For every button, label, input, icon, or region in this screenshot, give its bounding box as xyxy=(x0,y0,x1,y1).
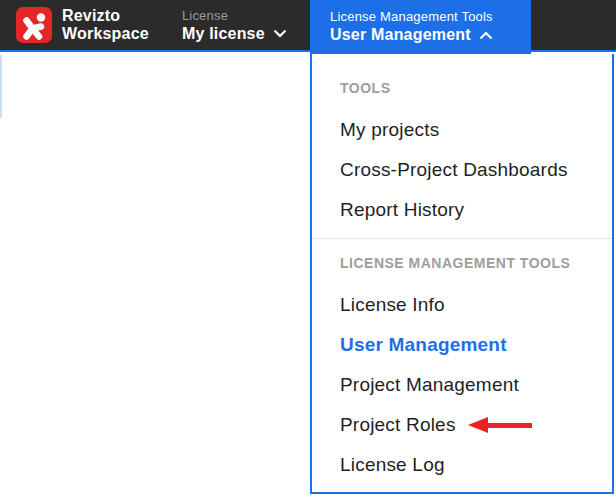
menu-item-cross-project-dashboards[interactable]: Cross-Project Dashboards xyxy=(312,150,612,190)
menu-section-license-management-tools: LICENSE MANAGEMENT TOOLS License Info Us… xyxy=(312,239,612,485)
menu-item-label: Project Management xyxy=(340,365,519,405)
license-switcher-value: My license xyxy=(182,25,265,43)
menu-item-label: My projects xyxy=(340,110,439,150)
section-header-tools: TOOLS xyxy=(312,72,612,104)
top-navigation-bar: Revizto Workspace License My license Lic… xyxy=(0,0,616,52)
app-window: Revizto Workspace License My license Lic… xyxy=(0,0,616,500)
brand-wordmark: Revizto Workspace xyxy=(62,7,149,43)
left-edge-highlight xyxy=(0,55,2,118)
brand-home-link[interactable]: Revizto Workspace xyxy=(16,7,149,43)
chevron-down-icon xyxy=(273,29,287,38)
chevron-up-icon xyxy=(479,31,493,40)
menu-item-report-history[interactable]: Report History xyxy=(312,190,612,230)
revizto-logo-icon xyxy=(16,7,52,43)
menu-item-license-log[interactable]: License Log xyxy=(312,445,612,485)
menu-item-label: Report History xyxy=(340,190,464,230)
menu-item-license-info[interactable]: License Info xyxy=(312,285,612,325)
menu-item-label: User Management xyxy=(340,325,507,365)
active-tab-value: User Management xyxy=(330,26,471,44)
red-arrow-annotation-icon xyxy=(468,417,532,433)
brand-line1: Revizto xyxy=(62,7,149,25)
menu-item-project-roles[interactable]: Project Roles xyxy=(312,405,612,445)
license-switcher-label: License xyxy=(182,8,287,23)
menu-item-project-management[interactable]: Project Management xyxy=(312,365,612,405)
tab-user-management[interactable]: License Management Tools User Management xyxy=(310,0,531,54)
active-tab-group-label: License Management Tools xyxy=(330,9,531,24)
section-header-license-management-tools: LICENSE MANAGEMENT TOOLS xyxy=(312,247,612,279)
menu-section-tools: TOOLS My projects Cross-Project Dashboar… xyxy=(312,54,612,230)
menu-item-label: License Info xyxy=(340,285,445,325)
license-switcher-dropdown[interactable]: License My license xyxy=(182,8,287,43)
menu-item-label: Cross-Project Dashboards xyxy=(340,150,568,190)
menu-item-label: License Log xyxy=(340,445,445,485)
menu-item-user-management[interactable]: User Management xyxy=(312,325,612,365)
menu-item-label: Project Roles xyxy=(340,405,456,445)
brand-line2: Workspace xyxy=(62,25,149,43)
navigation-dropdown-menu: TOOLS My projects Cross-Project Dashboar… xyxy=(310,54,614,494)
menu-item-my-projects[interactable]: My projects xyxy=(312,110,612,150)
